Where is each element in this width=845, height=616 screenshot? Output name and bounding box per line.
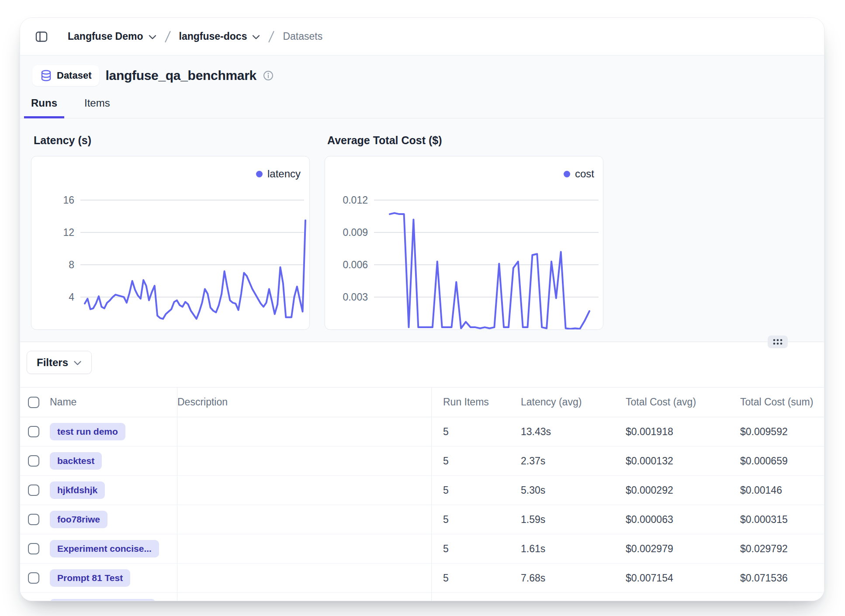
row-checkbox[interactable]	[28, 572, 39, 584]
total-cost-avg-value: $0.007154	[614, 564, 728, 592]
svg-text:12: 12	[63, 227, 74, 238]
latency-chart-card: 161284 latency	[31, 156, 310, 330]
total-cost-sum-value: $0.071536	[728, 564, 824, 592]
tab-bar: Runs Items	[20, 86, 824, 118]
cost-chart-legend: cost	[564, 168, 594, 180]
svg-text:16: 16	[63, 194, 74, 206]
page-title: langfuse_qa_benchmark	[105, 68, 256, 83]
total-cost-sum-value: $0.000315	[728, 505, 824, 534]
total-cost-sum-value: $0.029792	[728, 534, 824, 563]
total-cost-avg-value: $0.002979	[614, 534, 728, 563]
latency-chart-title: Latency (s)	[34, 133, 310, 147]
chevron-down-icon	[73, 360, 82, 366]
dataset-title-row: Dataset langfuse_qa_benchmark	[20, 55, 824, 86]
total-cost-sum-value: $0.00146	[728, 476, 824, 505]
run-name-pill[interactable]	[50, 599, 156, 601]
svg-text:0.006: 0.006	[343, 259, 368, 270]
run-name-pill[interactable]: Prompt 81 Test	[50, 569, 130, 587]
svg-text:4: 4	[69, 291, 74, 303]
breadcrumb-page-label: Datasets	[283, 31, 322, 42]
latency-avg-value	[509, 593, 614, 601]
run-description-cell	[177, 446, 432, 475]
breadcrumb-separator	[164, 30, 171, 43]
tab-items[interactable]: Items	[80, 97, 115, 118]
breadcrumb-project[interactable]: langfuse-docs	[179, 31, 260, 42]
row-checkbox[interactable]	[28, 455, 39, 467]
table-row[interactable]: backtest 5 2.37s $0.000132 $0.000659	[20, 446, 824, 476]
filters-button[interactable]: Filters	[27, 351, 92, 374]
latency-avg-value: 2.37s	[509, 446, 614, 475]
total-cost-avg-value	[614, 593, 728, 601]
runs-table: Name Description Run Items Latency (avg)…	[20, 387, 824, 601]
select-all-checkbox[interactable]	[28, 397, 39, 408]
legend-dot-icon	[256, 171, 263, 177]
cost-chart-plot: 0.0120.0090.0060.003	[325, 156, 603, 329]
dataset-badge: Dataset	[32, 65, 99, 86]
latency-avg-value: 1.59s	[509, 505, 614, 534]
run-description-cell	[177, 417, 432, 446]
tab-runs[interactable]: Runs	[26, 97, 62, 118]
run-items-value: 5	[432, 446, 509, 475]
breadcrumb-separator	[268, 30, 275, 43]
run-items-value: 5	[432, 417, 509, 446]
table-row[interactable]	[20, 593, 824, 601]
table-row[interactable]: test run demo 5 13.43s $0.001918 $0.0095…	[20, 417, 824, 446]
table-header-row: Name Description Run Items Latency (avg)…	[20, 388, 824, 417]
latency-chart-legend: latency	[256, 168, 301, 180]
row-checkbox[interactable]	[28, 426, 39, 437]
breadcrumb-organization[interactable]: Langfuse Demo	[68, 31, 156, 42]
latency-chart-plot: 161284	[31, 156, 309, 329]
latency-avg-value: 1.61s	[509, 534, 614, 563]
dataset-badge-label: Dataset	[57, 70, 91, 81]
top-bar: Langfuse Demo langfuse-docs Datasets	[20, 18, 824, 55]
chevron-down-icon	[252, 35, 260, 40]
resize-handle[interactable]	[768, 336, 788, 348]
total-cost-avg-value: $0.000292	[614, 476, 728, 505]
svg-text:8: 8	[69, 259, 74, 270]
total-cost-sum-value: $0.009592	[728, 417, 824, 446]
breadcrumb-project-label: langfuse-docs	[179, 31, 247, 42]
column-header-description: Description	[177, 388, 432, 417]
run-description-cell	[177, 534, 432, 563]
total-cost-avg-value: $0.001918	[614, 417, 728, 446]
run-name-pill[interactable]: hjkfdshjk	[50, 481, 105, 499]
database-icon	[40, 69, 52, 82]
breadcrumb-page[interactable]: Datasets	[283, 31, 322, 42]
latency-chart-block: Latency (s) 161284 latency	[31, 133, 310, 330]
total-cost-avg-value: $0.000063	[614, 505, 728, 534]
info-icon[interactable]	[263, 70, 274, 81]
run-name-pill[interactable]: test run demo	[50, 423, 125, 440]
run-description-cell	[177, 476, 432, 505]
table-row[interactable]: Experiment concise... 5 1.61s $0.002979 …	[20, 534, 824, 564]
run-items-value	[432, 593, 509, 601]
run-items-value: 5	[432, 534, 509, 563]
row-checkbox[interactable]	[28, 484, 39, 496]
svg-text:0.009: 0.009	[343, 227, 368, 238]
run-name-pill[interactable]: backtest	[50, 452, 102, 470]
run-name-pill[interactable]: Experiment concise...	[50, 540, 159, 557]
total-cost-avg-value: $0.000132	[614, 446, 728, 475]
grip-dots-icon	[772, 338, 783, 346]
column-header-total-cost-avg: Total Cost (avg)	[614, 388, 728, 417]
latency-avg-value: 13.43s	[509, 417, 614, 446]
svg-text:0.012: 0.012	[343, 194, 368, 206]
table-row[interactable]: foo78riwe 5 1.59s $0.000063 $0.000315	[20, 505, 824, 534]
cost-chart-block: Average Total Cost ($) 0.0120.0090.0060.…	[325, 133, 603, 330]
total-cost-sum-value	[728, 593, 824, 601]
table-row[interactable]: hjkfdshjk 5 5.30s $0.000292 $0.00146	[20, 476, 824, 505]
run-description-cell	[177, 505, 432, 534]
column-header-latency-avg: Latency (avg)	[509, 388, 614, 417]
row-checkbox[interactable]	[28, 543, 39, 554]
column-header-total-cost-sum: Total Cost (sum)	[728, 388, 824, 417]
cost-chart-card: 0.0120.0090.0060.003 cost	[325, 156, 603, 330]
app-window: Langfuse Demo langfuse-docs Datasets	[20, 17, 824, 601]
breadcrumb: Langfuse Demo langfuse-docs Datasets	[68, 30, 322, 43]
charts-row: Latency (s) 161284 latency Average Total…	[20, 118, 824, 330]
sidebar-toggle-icon[interactable]	[35, 30, 48, 44]
row-checkbox[interactable]	[28, 514, 39, 525]
svg-text:0.003: 0.003	[343, 291, 368, 303]
run-items-value: 5	[432, 564, 509, 592]
latency-avg-value: 7.68s	[509, 564, 614, 592]
table-row[interactable]: Prompt 81 Test 5 7.68s $0.007154 $0.0715…	[20, 564, 824, 593]
run-name-pill[interactable]: foo78riwe	[50, 511, 107, 528]
